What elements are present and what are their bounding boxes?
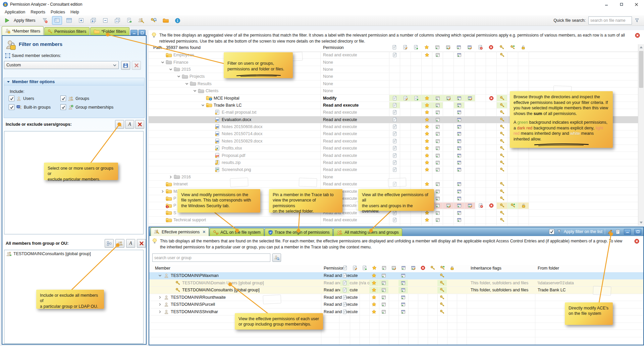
checkbox-group-memberships[interactable]: Group memberships [60,104,113,110]
export-button[interactable] [124,16,135,25]
filter-clear-button[interactable] [40,16,50,25]
search-button[interactable] [115,120,124,129]
maximize-button[interactable] [614,0,629,9]
edit-ace-button[interactable] [607,229,613,234]
key-plus-column-icon[interactable] [507,45,518,50]
tree-row[interactable]: FinanceNone [149,59,638,66]
tab-effective-permissions[interactable]: Effective permissions [151,227,209,236]
collapse-all-button[interactable] [112,16,122,25]
star-column-icon[interactable] [421,45,432,50]
collapse-one-button[interactable] [100,16,110,25]
group-button[interactable] [115,239,124,248]
remove-button[interactable] [135,120,144,129]
apply-filter-checkbox[interactable] [549,229,554,234]
window-column-icon[interactable] [379,266,389,270]
inheritance-column-header[interactable]: Inheritance flags [471,266,501,271]
letter-a-button[interactable]: A [126,239,135,248]
deny-column-icon[interactable] [418,266,428,270]
tab-trace-the-origin-of-permissions[interactable]: Trace the origin of permissions [265,228,333,236]
window-blue-pencil-column-icon[interactable] [408,266,418,270]
window-blue-column-icon[interactable] [398,266,408,270]
info-button[interactable] [173,16,183,25]
member-row[interactable]: TESTDOMAIN\RRounthwaiteRead and execute [149,294,643,301]
path-column-header[interactable]: Path [153,45,162,50]
chevron-down-icon[interactable] [176,74,181,78]
folder-orange-button[interactable] [161,16,171,25]
close-button[interactable] [629,0,644,9]
chevron-down-icon[interactable] [168,67,173,71]
deny-column-icon[interactable] [486,45,496,50]
panel-maximize-button[interactable] [634,229,641,235]
scrollbar-thumb[interactable] [639,51,643,88]
menu-item-policies[interactable]: Policies [48,10,68,14]
tree-row[interactable]: results.zipRead and execute [149,159,638,166]
window-pencil-column-icon[interactable] [443,45,453,50]
member-search-input[interactable] [152,253,270,262]
list-item[interactable]: TESTDOMAIN\Consultants [global group] [4,250,143,257]
doc-column-icon[interactable] [389,45,400,50]
chevron-right-icon[interactable] [157,302,163,306]
tree-row[interactable]: ProjectsNone [149,73,638,80]
tree-row[interactable]: Screenshot.pngRead and execute [149,166,638,173]
chevron-down-icon[interactable] [157,274,163,278]
quick-search-input[interactable] [588,16,632,24]
info-close-icon[interactable] [635,33,640,38]
minimize-button[interactable] [599,0,614,9]
window-blue-column-icon[interactable] [453,45,464,50]
save-selection-button[interactable] [121,61,130,70]
doc-pencil-column-icon[interactable] [350,266,360,270]
checkbox-users[interactable]: Users [9,96,34,101]
tab-permission-filters[interactable]: Permission filters [44,27,90,36]
hierarchy-button[interactable] [105,239,114,248]
tree-row[interactable]: Technical supportRead and execute [149,217,638,224]
window-pencil-column-icon[interactable] [389,266,398,270]
grid-button[interactable] [64,16,74,25]
tab-acl-on-the-file-system[interactable]: ACL on the file system [210,228,264,236]
key-search-button[interactable] [149,16,159,25]
tree-scrollbar[interactable] [638,44,644,225]
detail-card-button[interactable] [52,16,62,25]
menu-item-reports[interactable]: Reports [28,10,48,14]
expand-all-button[interactable] [88,16,98,25]
chevron-right-icon[interactable] [160,189,165,193]
expand-one-button[interactable] [76,16,86,25]
chevron-down-icon[interactable] [184,82,190,86]
tab--member-filters[interactable]: *Member filters [2,26,44,36]
apply-filter-label[interactable]: Apply filter on the list [564,229,602,234]
chevron-right-icon[interactable] [157,295,163,299]
info-close-icon[interactable] [634,239,639,244]
member-row[interactable]: TESTDOMAIN\PWaxmanRead and execute [149,272,643,280]
member-row[interactable]: TESTDOMAIN\Consultants [global group]Rea… [149,287,643,294]
lock-column-icon[interactable] [518,45,529,50]
panel-minimize-button[interactable] [130,30,138,36]
apply-filters-label[interactable]: Apply filters [14,18,36,23]
panel-maximize-button[interactable] [139,30,146,36]
tree-row[interactable]: PDFProposal.pdfRead and execute [149,152,638,159]
tab-close-icon[interactable] [203,230,206,233]
doc-plus-column-icon[interactable] [360,266,369,270]
tab--folder-filters[interactable]: *Folder filters [90,27,129,36]
checkbox-built-in-groups[interactable]: Built-in groups [9,104,51,110]
chevron-right-icon[interactable] [157,310,163,314]
tab-all-matching-users-and-groups[interactable]: All matching users and groups [333,228,402,236]
letter-a-button[interactable]: A [125,120,134,129]
window-blue-pencil-column-icon[interactable] [464,45,475,50]
doc-deny-column-icon[interactable] [475,45,486,50]
star-column-icon[interactable] [369,266,379,270]
chevron-right-icon[interactable] [168,175,173,179]
key-column-icon[interactable] [428,266,437,270]
doc-plus-column-icon[interactable] [411,45,421,50]
window-column-icon[interactable] [432,45,443,50]
doc-column-icon[interactable] [340,266,350,270]
lock-column-icon[interactable] [447,266,457,270]
tree-row[interactable]: 2015None [149,66,638,73]
permission-column-header[interactable]: Permission [323,45,344,50]
chevron-down-icon[interactable] [160,60,165,64]
quick-search-filter-icon[interactable] [635,18,639,23]
key-column-icon[interactable] [496,45,507,50]
menu-item-help[interactable]: Help [68,10,82,14]
chevron-down-icon[interactable] [192,89,198,93]
doc-pencil-column-icon[interactable] [400,45,411,50]
member-row[interactable]: TESTDOMAIN\Domain Users [global group]Re… [149,280,643,287]
key-plus-column-icon[interactable] [437,266,447,270]
